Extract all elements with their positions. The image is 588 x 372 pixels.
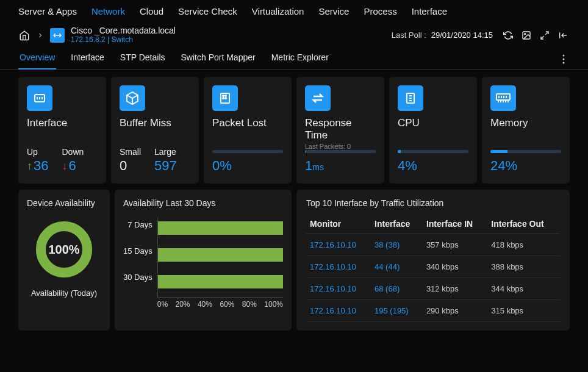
home-icon[interactable] (18, 29, 30, 41)
down-value: 6 (68, 158, 76, 174)
col-in: Interface IN (423, 214, 487, 234)
interface-table: Monitor Interface Interface IN Interface… (306, 214, 560, 322)
cpu-value: 4% (398, 158, 468, 174)
last-poll-label: Last Poll : (392, 30, 426, 40)
progress-bar (212, 150, 283, 153)
packet-value: 0% (212, 158, 283, 174)
chart-bar (158, 275, 283, 288)
chart-x-axis: 0% 20% 40% 60% 80% 100% (157, 297, 283, 309)
expand-icon[interactable] (538, 29, 551, 42)
svg-point-6 (563, 54, 565, 56)
tab-overview[interactable]: Overview (18, 49, 56, 70)
card-title: Packet Lost (212, 117, 283, 129)
nav-virtualization[interactable]: Virtualization (252, 6, 304, 16)
availability-donut: 100% (34, 219, 95, 280)
donut-caption: Availability (Today) (31, 288, 97, 298)
table-row: 172.16.10.1044 (44)340 kbps388 kbps (306, 256, 560, 278)
response-value: 1ms (305, 158, 376, 174)
metric-cards: Interface Up ↑36 Down ↓6 Buffer Miss (18, 77, 570, 184)
interface-link[interactable]: 195 (195) (371, 300, 423, 322)
col-interface: Interface (371, 214, 423, 234)
monitor-link[interactable]: 172.16.10.10 (306, 300, 371, 322)
in-value: 312 kbps (423, 278, 487, 300)
packet-icon (212, 85, 238, 111)
image-icon[interactable] (520, 29, 533, 42)
nav-interface[interactable]: Interface (412, 6, 447, 16)
panel-top-interfaces: Top 10 Interface by Traffic Utilization … (296, 190, 570, 331)
nav-network[interactable]: Network (91, 6, 125, 16)
small-value: 0 (120, 158, 141, 174)
card-title: Memory (490, 117, 561, 129)
nav-server-apps[interactable]: Server & Apps (18, 6, 77, 16)
chart-bar (158, 221, 283, 235)
svg-point-7 (563, 58, 565, 60)
device-subtitle[interactable]: 172.16.8.2 | Switch (71, 35, 176, 44)
card-interface: Interface Up ↑36 Down ↓6 (18, 77, 106, 184)
in-value: 290 kbps (423, 300, 487, 322)
tab-stp-details[interactable]: STP Details (119, 49, 167, 69)
arrow-up-icon: ↑ (27, 160, 32, 173)
out-value: 418 kbps (487, 234, 560, 256)
down-label: Down (62, 147, 84, 157)
large-label: Large (154, 147, 177, 157)
col-out: Interface Out (487, 214, 560, 234)
chevron-right-icon (37, 32, 44, 39)
nav-process[interactable]: Process (364, 6, 396, 16)
monitor-link[interactable]: 172.16.10.10 (306, 278, 371, 300)
card-response-time: Response Time Last Packets: 0 1ms (296, 77, 384, 184)
up-value: 36 (34, 158, 48, 174)
progress-bar (305, 150, 376, 153)
memory-icon (490, 85, 516, 111)
interface-link[interactable]: 38 (38) (371, 234, 423, 256)
nav-cloud[interactable]: Cloud (140, 6, 163, 16)
cube-icon (120, 85, 145, 111)
panel-availability-30-days: Availability Last 30 Days 7 Days 15 Days… (115, 190, 292, 331)
device-title: Cisco _Core.motadata.local (71, 26, 176, 35)
chart-category: 15 Days (123, 246, 152, 256)
nav-service-check[interactable]: Service Check (178, 6, 237, 16)
chart-category: 30 Days (123, 273, 152, 282)
card-subtitle: Last Packets: 0 (305, 143, 376, 150)
top-nav: Server & Apps Network Cloud Service Chec… (0, 0, 588, 23)
tab-metric-explorer[interactable]: Metric Explorer (270, 49, 330, 69)
collapse-icon[interactable] (556, 29, 570, 42)
monitor-link[interactable]: 172.16.10.10 (306, 256, 371, 278)
swap-icon (305, 85, 331, 111)
svg-point-14 (225, 98, 226, 99)
card-title: Response Time (305, 117, 376, 141)
table-row: 172.16.10.1038 (38)357 kbps418 kbps (306, 234, 560, 256)
donut-value: 100% (34, 219, 95, 280)
memory-value: 24% (490, 158, 561, 174)
cpu-icon (398, 85, 423, 111)
refresh-icon[interactable] (501, 29, 515, 42)
in-value: 357 kbps (423, 234, 487, 256)
svg-line-2 (545, 32, 548, 35)
col-monitor: Monitor (306, 214, 371, 234)
interface-link[interactable]: 68 (68) (371, 278, 423, 300)
chart-category: 7 Days (123, 220, 152, 229)
switch-icon (50, 28, 65, 43)
large-value: 597 (154, 158, 177, 174)
table-row: 172.16.10.10195 (195)290 kbps315 kbps (306, 300, 560, 322)
tab-switch-port-mapper[interactable]: Switch Port Mapper (180, 49, 257, 69)
svg-point-1 (525, 33, 526, 34)
svg-line-3 (541, 36, 544, 39)
in-value: 340 kbps (423, 256, 487, 278)
panel-title: Availability Last 30 Days (123, 198, 283, 208)
nav-service[interactable]: Service (318, 6, 349, 16)
card-title: CPU (398, 117, 468, 129)
chart-bar (158, 248, 283, 262)
progress-bar (398, 150, 468, 153)
card-memory: Memory 24% (482, 77, 570, 184)
card-packet-lost: Packet Lost 0% (204, 77, 292, 184)
last-poll-value: 29/01/2020 14:15 (431, 30, 493, 40)
small-label: Small (120, 147, 141, 157)
monitor-link[interactable]: 172.16.10.10 (306, 234, 371, 256)
up-label: Up (27, 147, 48, 157)
interface-link[interactable]: 44 (44) (371, 256, 423, 278)
svg-point-12 (225, 95, 226, 96)
card-title: Interface (27, 117, 98, 129)
more-icon[interactable] (558, 53, 570, 65)
tab-interface[interactable]: Interface (70, 49, 105, 69)
panel-title: Top 10 Interface by Traffic Utilization (306, 198, 560, 208)
